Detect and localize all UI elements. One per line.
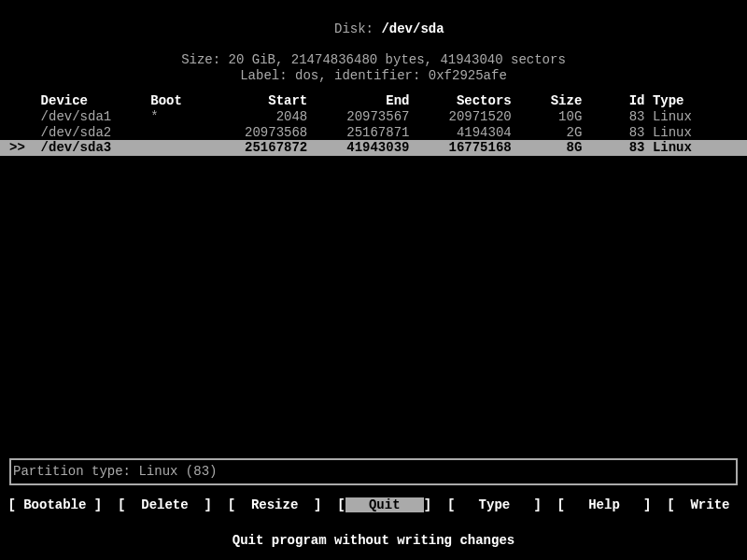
partition-row[interactable]: /dev/sda1 * 2048 20973567 20971520 10G 8…	[9, 109, 738, 125]
menu-write[interactable]: [ Write ]	[667, 497, 747, 512]
action-menu: [ Bootable ] [ Delete ] [ Resize ] [ Qui…	[0, 497, 747, 513]
menu-type[interactable]: [ Type ]	[447, 497, 542, 512]
menu-quit[interactable]: [ Quit ]	[337, 497, 431, 512]
disk-path: /dev/sda	[381, 21, 444, 36]
menu-resize[interactable]: [ Resize ]	[228, 497, 322, 512]
table-header: Device Boot Start End Sectors Size Id Ty…	[9, 93, 738, 109]
partition-table: Device Boot Start End Sectors Size Id Ty…	[9, 93, 738, 156]
disk-size: Size: 20 GiB, 21474836480 bytes, 4194304…	[9, 52, 738, 68]
partition-info-box: Partition type: Linux (83)	[9, 458, 738, 485]
disk-header: Disk: /dev/sda Size: 20 GiB, 21474836480…	[9, 6, 738, 84]
disk-label-line: Label: dos, identifier: 0xf2925afe	[9, 68, 738, 84]
menu-hint: Quit program without writing changes	[0, 533, 747, 549]
partition-row[interactable]: >> /dev/sda3 25167872 41943039 16775168 …	[0, 140, 747, 156]
partition-type-info: Partition type: Linux (83)	[13, 464, 217, 479]
menu-bootable[interactable]: [ Bootable ]	[7, 497, 102, 512]
menu-help[interactable]: [ Help ]	[557, 497, 652, 512]
partition-row[interactable]: /dev/sda2 20973568 25167871 4194304 2G 8…	[9, 125, 738, 141]
menu-delete[interactable]: [ Delete ]	[118, 497, 212, 512]
disk-label: Disk:	[334, 21, 381, 36]
